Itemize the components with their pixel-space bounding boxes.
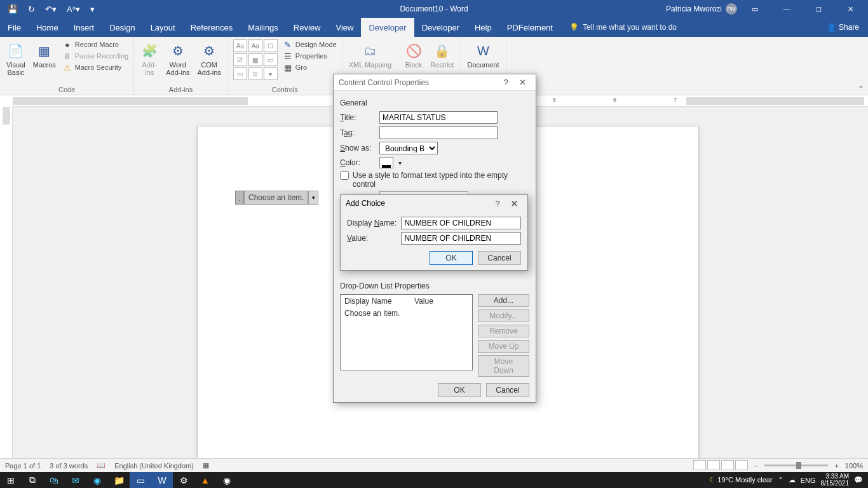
tab-references[interactable]: References bbox=[183, 18, 240, 37]
taskbar-app-icon[interactable]: ▭ bbox=[130, 472, 151, 488]
visual-basic-icon: 📄 bbox=[7, 42, 25, 60]
taskbar-settings-icon[interactable]: ⚙ bbox=[173, 472, 194, 488]
taskbar-store-icon[interactable]: 🛍 bbox=[43, 472, 65, 488]
zoom-level[interactable]: 100% bbox=[845, 462, 863, 470]
status-page[interactable]: Page 1 of 1 bbox=[5, 462, 41, 470]
tab-home[interactable]: Home bbox=[29, 18, 66, 37]
tab-view[interactable]: View bbox=[328, 18, 361, 37]
group-addins: 🧩Add- ins ⚙Word Add-ins ⚙COM Add-ins Add… bbox=[134, 37, 228, 95]
addins-button[interactable]: 🧩Add- ins bbox=[139, 39, 159, 79]
content-control-text[interactable]: Choose an item. bbox=[244, 191, 308, 205]
save-icon[interactable]: 💾 bbox=[4, 3, 22, 15]
xml-mapping-button[interactable]: 🗂XML Mapping bbox=[348, 39, 393, 71]
group-button[interactable]: ▦Gro bbox=[283, 62, 337, 72]
block-button[interactable]: 🚫Block bbox=[403, 39, 424, 71]
view-buttons[interactable] bbox=[692, 460, 748, 471]
qat-more-icon[interactable]: ▾ bbox=[86, 3, 98, 15]
content-control-handle-icon[interactable]: ⋮ bbox=[235, 191, 244, 205]
vertical-ruler[interactable] bbox=[0, 107, 13, 472]
macros-button[interactable]: ▦Macros bbox=[32, 39, 57, 71]
font-icon[interactable]: Aᵃ▾ bbox=[63, 3, 84, 15]
start-button[interactable]: ⊞ bbox=[0, 472, 22, 488]
tab-layout[interactable]: Layout bbox=[143, 18, 183, 37]
ccp-color-picker[interactable] bbox=[379, 157, 393, 168]
content-control-dropdown[interactable]: ⋮ Choose an item. ▾ bbox=[235, 191, 318, 205]
add-choice-display-input[interactable] bbox=[401, 217, 521, 229]
task-view-button[interactable]: ⧉ bbox=[22, 472, 43, 488]
taskbar-vlc-icon[interactable]: ▲ bbox=[194, 472, 216, 488]
ccp-close-button[interactable]: ✕ bbox=[514, 78, 531, 87]
share-button[interactable]: 👤 Share bbox=[818, 18, 868, 37]
taskbar-word-icon[interactable]: W bbox=[151, 472, 173, 488]
document-template-button[interactable]: WDocument bbox=[466, 39, 500, 71]
add-choice-cancel-button[interactable]: Cancel bbox=[478, 251, 521, 265]
undo-icon[interactable]: ↶▾ bbox=[41, 3, 60, 15]
ccp-color-dropdown-icon[interactable]: ▾ bbox=[397, 159, 402, 166]
controls-gallery[interactable]: AaAa☐ ☑▦▭ ▭☰▾ bbox=[233, 39, 278, 80]
tray-language[interactable]: ENG bbox=[801, 477, 816, 484]
taskbar-weather[interactable]: ☾ 19°C Mostly clear bbox=[709, 476, 772, 484]
add-choice-help-button[interactable]: ? bbox=[489, 199, 506, 208]
taskbar-explorer-icon[interactable]: 📁 bbox=[108, 472, 130, 488]
tray-notifications-icon[interactable]: 💬 bbox=[854, 476, 863, 484]
properties-icon: ☰ bbox=[283, 51, 293, 61]
autosave-icon[interactable]: ↻ bbox=[24, 3, 39, 15]
status-proofing-icon[interactable]: 📖 bbox=[97, 461, 105, 470]
properties-button[interactable]: ☰Properties bbox=[283, 51, 337, 61]
ccp-help-button[interactable]: ? bbox=[498, 78, 514, 87]
ccp-add-button[interactable]: Add... bbox=[478, 294, 529, 307]
tray-clock[interactable]: 3:33 AM8/15/2021 bbox=[821, 473, 850, 487]
restrict-button[interactable]: 🔒Restrict bbox=[429, 39, 455, 71]
word-addins-button[interactable]: ⚙Word Add-ins bbox=[165, 39, 191, 79]
visual-basic-button[interactable]: 📄Visual Basic bbox=[5, 39, 27, 79]
maximize-button[interactable]: ◻ bbox=[804, 0, 832, 18]
macros-icon: ▦ bbox=[36, 42, 53, 60]
ccp-title-input[interactable] bbox=[379, 111, 498, 124]
add-choice-value-input[interactable] bbox=[401, 232, 521, 245]
com-addins-button[interactable]: ⚙COM Add-ins bbox=[196, 39, 222, 79]
ccp-showas-select[interactable]: Bounding Box bbox=[379, 142, 438, 154]
tab-developer[interactable]: Developer bbox=[361, 18, 414, 37]
tab-insert[interactable]: Insert bbox=[66, 18, 102, 37]
tray-chevron-icon[interactable]: ⌃ bbox=[778, 476, 783, 484]
tab-developer-2[interactable]: Developer bbox=[414, 18, 467, 37]
ccp-ddl-row[interactable]: Choose an item. bbox=[341, 308, 472, 319]
taskbar-edge-icon[interactable]: ◉ bbox=[86, 472, 108, 488]
record-macro-button[interactable]: ●Record Macro bbox=[62, 39, 128, 50]
pause-icon: ⏸ bbox=[62, 51, 72, 61]
zoom-out-button[interactable]: − bbox=[754, 462, 758, 470]
status-macro-icon[interactable]: ▦ bbox=[203, 461, 209, 470]
tab-design[interactable]: Design bbox=[102, 18, 142, 37]
minimize-button[interactable]: — bbox=[773, 0, 801, 18]
tab-help[interactable]: Help bbox=[467, 18, 499, 37]
pause-recording-button[interactable]: ⏸Pause Recording bbox=[62, 51, 128, 61]
security-icon: ⚠ bbox=[62, 62, 72, 72]
taskbar-mail-icon[interactable]: ✉ bbox=[65, 472, 86, 488]
ccp-use-style-checkbox[interactable] bbox=[340, 171, 349, 180]
content-control-chevron-icon[interactable]: ▾ bbox=[308, 191, 318, 205]
ccp-ddl-listbox[interactable]: Display NameValue Choose an item. bbox=[340, 294, 473, 370]
add-choice-ok-button[interactable]: OK bbox=[430, 251, 473, 265]
user-name[interactable]: Patricia Mworozi bbox=[666, 4, 722, 13]
close-button[interactable]: ✕ bbox=[836, 0, 864, 18]
tab-mailings[interactable]: Mailings bbox=[240, 18, 286, 37]
macro-security-button[interactable]: ⚠Macro Security bbox=[62, 62, 128, 72]
tab-review[interactable]: Review bbox=[286, 18, 329, 37]
ccp-tag-input[interactable] bbox=[379, 126, 498, 139]
zoom-slider[interactable] bbox=[764, 464, 828, 466]
tell-me-search[interactable]: 💡 Tell me what you want to do bbox=[569, 18, 677, 37]
collapse-ribbon-icon[interactable]: ⌃ bbox=[858, 85, 864, 93]
add-choice-close-button[interactable]: ✕ bbox=[506, 199, 522, 208]
zoom-in-button[interactable]: + bbox=[834, 462, 838, 470]
ribbon-display-icon[interactable]: ▭ bbox=[741, 0, 769, 18]
tab-file[interactable]: File bbox=[0, 18, 29, 37]
ccp-cancel-button[interactable]: Cancel bbox=[486, 383, 529, 397]
status-language[interactable]: English (United Kingdom) bbox=[114, 462, 194, 470]
tray-onedrive-icon[interactable]: ☁ bbox=[789, 476, 796, 484]
ccp-ok-button[interactable]: OK bbox=[438, 383, 481, 397]
taskbar-chrome-icon[interactable]: ◉ bbox=[216, 472, 238, 488]
tab-pdfelement[interactable]: PDFelement bbox=[499, 18, 560, 37]
user-avatar[interactable]: PM bbox=[726, 3, 737, 15]
design-mode-button[interactable]: ✎Design Mode bbox=[283, 39, 337, 50]
status-words[interactable]: 3 of 3 words bbox=[50, 462, 88, 470]
